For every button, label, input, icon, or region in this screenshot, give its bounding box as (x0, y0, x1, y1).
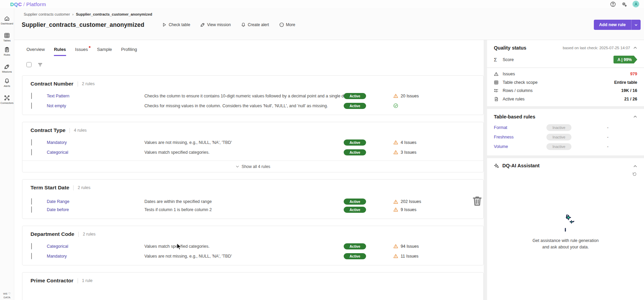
issues-cell[interactable]: 9 Issues (393, 207, 471, 212)
last-check-timestamp: based on last check: 2025-07-25 14:07 (563, 46, 630, 50)
rule-name-link[interactable]: Text Pattern (47, 94, 144, 98)
warning-outline-icon (494, 72, 499, 76)
inactive-badge: Inactive (546, 143, 571, 150)
issues-cell[interactable]: 20 Issues (393, 93, 471, 98)
issues-cell[interactable]: 11 Issues (393, 254, 471, 259)
ai-empty-line2: and ask about your data. (532, 244, 599, 250)
rule-description: Values are not missing, e.g., NULL, 'NA'… (144, 140, 344, 145)
rule-description: Checks for missing values in the column.… (144, 104, 344, 108)
show-all-rules-button[interactable]: Show all 4 rules (22, 161, 483, 172)
sidebar-item-missions[interactable]: Missions (0, 64, 13, 73)
action-label: More (286, 22, 295, 27)
logo-letter-d: D (10, 1, 14, 7)
ai-assistant-empty-text: Get assistance with rule generation and … (532, 238, 599, 251)
sidebar-item-label: Tables (3, 39, 11, 42)
select-all-checkbox[interactable] (26, 62, 32, 67)
rule-checkbox[interactable] (31, 198, 32, 205)
create-alert-button[interactable]: Create alert (241, 22, 269, 27)
sidebar: Dashboard Tables Rules Missions Alerts C… (0, 8, 14, 300)
status-badge: Active (344, 149, 366, 155)
more-button[interactable]: More (279, 22, 295, 27)
rule-name-link[interactable]: Not empty (47, 104, 144, 108)
rule-checkbox[interactable] (31, 102, 32, 109)
add-new-rule-button[interactable]: Add new rule (594, 20, 641, 30)
ai-empty-line1: Get assistance with rule generation (532, 238, 599, 244)
rule-description: Values match specified categories. (144, 244, 344, 249)
rule-name-link[interactable]: Mandatory (47, 140, 144, 145)
sidebar-item-rules[interactable]: Rules (0, 47, 13, 56)
check-table-button[interactable]: Check table (162, 22, 190, 27)
sidebar-item-label: Alerts (4, 85, 10, 88)
rule-checkbox[interactable] (31, 149, 32, 155)
tab-profiling[interactable]: Profiling (121, 47, 137, 56)
settings-icon[interactable] (621, 1, 627, 7)
bell-icon (241, 22, 246, 27)
warning-icon (393, 199, 398, 204)
avatar[interactable] (632, 1, 639, 7)
view-mission-button[interactable]: View mission (200, 22, 231, 27)
ai-assistant-title: DQ-AI Assistant (502, 163, 540, 168)
issues-count: 3 Issues (401, 150, 417, 155)
rule-name-link[interactable]: Date Range (47, 199, 144, 204)
rule-checkbox[interactable] (31, 139, 32, 146)
breadcrumb-separator-icon: › (72, 12, 74, 16)
issues-cell[interactable]: 4 Issues (393, 140, 471, 145)
breadcrumb-dataset[interactable]: Supplier contracts customer (24, 12, 70, 16)
sidebar-item-connectors[interactable]: Connectors (0, 95, 13, 105)
issues-cell[interactable]: 94 Issues (393, 244, 471, 249)
sidebar-item-tables[interactable]: Tables (0, 33, 13, 42)
sidebar-footer-line2: DATA (0, 296, 14, 299)
tab-issues[interactable]: Issues (75, 47, 88, 56)
issues-count: 20 Issues (401, 94, 419, 98)
table-based-rules-card: Table-based rules Format Inactive - Fres… (487, 109, 644, 155)
rule-description: Tests if column 1 is before column 2 (144, 207, 344, 212)
reset-chat-icon[interactable] (632, 172, 637, 176)
rule-name-link[interactable]: Date before (47, 207, 144, 212)
delete-rule-icon[interactable] (471, 202, 483, 208)
add-rule-dropdown-button[interactable] (631, 20, 641, 30)
missions-icon (4, 64, 10, 70)
warning-icon (393, 254, 398, 259)
sidebar-item-alerts[interactable]: Alerts (0, 78, 13, 88)
table-rule-link[interactable]: Format (494, 125, 546, 130)
sidebar-footer: WE ♡ DATA (0, 292, 14, 299)
page-title: Supplier_contracts_customer_anonymized (22, 21, 144, 29)
rule-name-link[interactable]: Categorical (47, 150, 144, 155)
rule-row: Mandatory Values are not missing, e.g., … (22, 251, 483, 261)
help-icon[interactable] (610, 1, 616, 7)
collapse-quality-status-icon[interactable] (633, 46, 637, 50)
rule-description: Dates are within the specified range (144, 199, 344, 204)
breadcrumb-table[interactable]: Supplier_contracts_customer_anonymized (76, 12, 152, 16)
rule-checkbox[interactable] (31, 243, 32, 249)
group-name: Department Code (31, 231, 74, 237)
rule-checkbox[interactable] (31, 93, 32, 99)
issues-cell[interactable]: 3 Issues (393, 150, 471, 155)
grid-icon (494, 80, 499, 85)
quality-row-rows-columns: Rows / columns 19K / 16 (487, 87, 644, 95)
sidebar-item-label: Dashboard (1, 22, 13, 25)
tab-overview[interactable]: Overview (26, 47, 45, 56)
doc-icon (494, 97, 499, 101)
table-based-rules-title: Table-based rules (494, 114, 535, 119)
filter-icon[interactable] (38, 62, 43, 67)
table-rule-link[interactable]: Volume (494, 144, 546, 149)
rule-checkbox[interactable] (31, 253, 32, 259)
rule-description: Values are not missing, e.g., NULL, 'NA'… (144, 254, 344, 259)
issues-cell[interactable]: 202 Issues (393, 199, 471, 204)
table-rule-link[interactable]: Freshness (494, 135, 546, 139)
collapse-ai-assistant-icon[interactable] (633, 164, 637, 168)
rule-checkbox[interactable] (31, 206, 32, 213)
alerts-icon (4, 78, 10, 84)
table-rule-value: - (607, 125, 608, 130)
rule-group-department-code: Department Code 2 rules Categorical Valu… (22, 226, 484, 265)
sidebar-item-dashboard[interactable]: Dashboard (0, 16, 13, 25)
quality-row-value: 979 (630, 72, 637, 76)
rule-name-link[interactable]: Categorical (47, 244, 144, 249)
tab-rules[interactable]: Rules (54, 47, 66, 56)
connectors-icon (4, 95, 10, 101)
rule-name-link[interactable]: Mandatory (47, 254, 144, 259)
tab-sample[interactable]: Sample (97, 47, 112, 56)
collapse-table-rules-icon[interactable] (633, 115, 637, 119)
group-rule-count: 4 rules (74, 128, 87, 133)
issues-cell[interactable] (393, 103, 471, 108)
